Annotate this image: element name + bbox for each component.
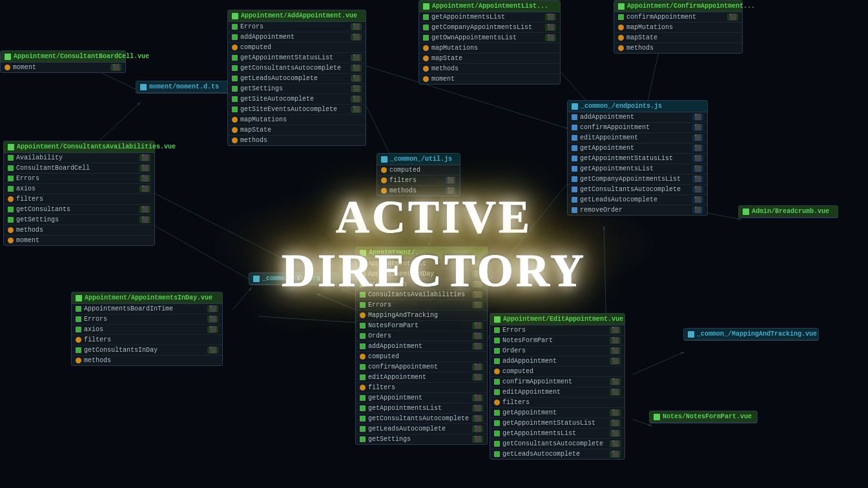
item-label: addAppointment (502, 358, 557, 365)
node-item: getConsultants⬛ (4, 205, 154, 215)
item-badge: ⬛ (610, 451, 621, 458)
item-label: axios (16, 185, 36, 192)
item-label: Errors (16, 175, 39, 182)
node-icon (5, 54, 11, 60)
node-item: addAppointment⬛ (490, 356, 625, 367)
item-label: NotesFormPart (368, 322, 418, 329)
item-icon (360, 323, 366, 329)
node-title: _common_/MappingAndTracking.vue (697, 330, 817, 338)
item-label: filters (368, 384, 395, 391)
node-item: mapState (419, 54, 560, 64)
node-header: Notes/NotesFormPart.vue (650, 411, 757, 423)
item-label: getAppointmentsList (431, 14, 505, 21)
item-badge: ⬛ (610, 378, 621, 385)
item-label: getConsultantsInDay (84, 347, 158, 354)
node-icon (494, 316, 501, 323)
item-label: confirmAppointment (580, 124, 650, 131)
node-common-errors: _common_/Errors.js (249, 272, 339, 285)
item-badge: ⬛ (351, 85, 362, 92)
node-item: computed (377, 165, 460, 176)
item-label: getSettings (240, 85, 283, 92)
node-item: getAppointment⬛ (568, 143, 707, 154)
node-item: methods (419, 64, 560, 74)
item-icon (572, 197, 577, 203)
node-item: moment (419, 74, 560, 84)
node-item: moment (4, 236, 154, 245)
svg-line-14 (707, 213, 741, 219)
item-label: methods (389, 187, 417, 194)
item-icon (232, 76, 238, 81)
item-label: getSettings (368, 436, 411, 443)
item-label: filters (502, 399, 530, 406)
item-icon (360, 385, 366, 391)
node-item: Orders⬛ (356, 331, 487, 341)
item-label: addAppointment (368, 343, 422, 350)
item-label: moment (13, 64, 36, 71)
item-icon (423, 45, 429, 51)
node-item: moment ⬛ (1, 63, 125, 72)
item-badge: ⬛ (610, 420, 621, 427)
item-icon (423, 76, 429, 82)
item-label: editAppointment (368, 374, 426, 381)
node-header-moment: moment/moment.d.ts (136, 81, 229, 93)
item-icon (572, 145, 577, 151)
item-icon (423, 35, 429, 41)
node-item: getSettings⬛ (228, 84, 366, 94)
item-label: getConsultantsAutocomplete (368, 415, 469, 422)
item-icon (8, 155, 14, 161)
item-label: Breadcrumb (368, 281, 407, 288)
item-badge: ⬛ (351, 23, 362, 30)
item-icon (8, 238, 14, 243)
item-badge: ⬛ (692, 145, 703, 152)
item-icon (360, 333, 366, 339)
item-badge: ⬛ (692, 124, 703, 131)
item-label: addAppointment (240, 34, 294, 41)
node-appointments-in-day: Appointment/AppointmentsInDay.vue Appoin… (71, 292, 223, 366)
node-header: _common_/util.js (377, 154, 460, 165)
item-label: addAppointment (580, 114, 634, 121)
item-badge: ⬛ (692, 196, 703, 203)
item-label: computed (240, 44, 271, 51)
item-label: confirmAppointment (626, 14, 696, 21)
item-icon (494, 338, 500, 343)
item-icon (8, 207, 14, 212)
item-icon (494, 431, 500, 436)
item-badge: ⬛ (692, 186, 703, 193)
node-item: mapState (228, 125, 366, 136)
item-badge: ⬛ (351, 54, 362, 61)
item-badge: ⬛ (472, 394, 483, 402)
item-label: getConsultantsAutocomplete (240, 65, 341, 72)
item-icon (360, 261, 366, 267)
item-icon (494, 441, 500, 447)
item-label: getSiteEventsAutocomplete (240, 106, 337, 113)
item-icon (232, 24, 238, 30)
item-label: moment (16, 237, 39, 244)
item-badge: ⬛ (351, 96, 362, 103)
node-item: getLeadsAutocomplete⬛ (356, 424, 487, 434)
item-badge: ⬛ (692, 207, 703, 214)
item-badge: ⬛ (351, 65, 362, 72)
item-badge: ⬛ (445, 177, 456, 184)
node-header: Appointment/... (356, 247, 487, 259)
item-label: getAppointment (368, 394, 422, 402)
node-item: getAppointmentsList⬛ (490, 429, 625, 439)
item-badge: ⬛ (545, 34, 556, 41)
node-title: _common_/util.js (390, 156, 452, 163)
item-icon (232, 55, 238, 61)
item-badge: ⬛ (140, 206, 150, 213)
item-icon (381, 178, 387, 183)
item-icon (494, 379, 500, 385)
node-item: filters (356, 383, 487, 393)
node-item: confirmAppointment⬛ (614, 12, 742, 23)
item-badge: ⬛ (472, 270, 483, 278)
node-item: editAppointment⬛ (356, 372, 487, 383)
node-top-right: Appointment/AppointmentList... getAppoin… (418, 0, 561, 85)
item-badge: ⬛ (727, 14, 738, 21)
node-item: getAppointmentsList⬛ (419, 12, 560, 23)
item-icon (381, 167, 387, 173)
node-consultants-availabilities: Appointment/ConsultantsAvailabilities.vu… (3, 141, 155, 246)
item-label: mapState (431, 55, 462, 62)
item-icon (618, 14, 624, 20)
node-icon (654, 414, 660, 420)
node-icon (360, 250, 366, 256)
